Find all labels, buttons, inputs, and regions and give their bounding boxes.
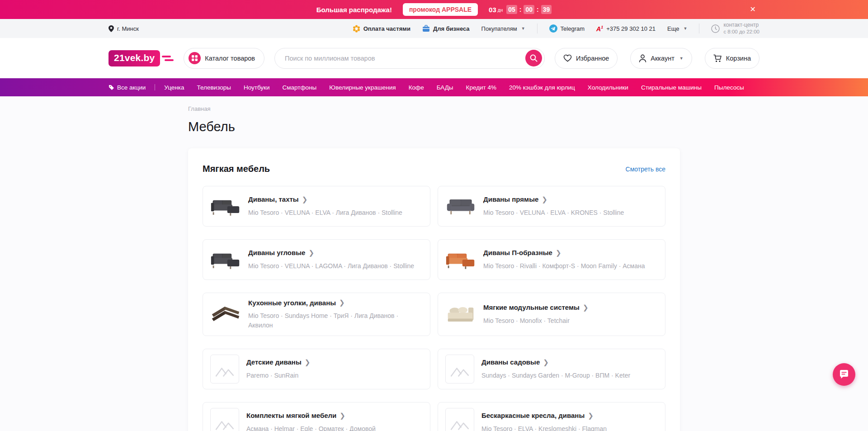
nav-item-smartphones[interactable]: Смартфоны: [283, 84, 317, 91]
customers-menu[interactable]: Покупателям ▼: [481, 25, 525, 32]
breadcrumb[interactable]: Главная: [188, 96, 210, 112]
search-input[interactable]: [275, 48, 525, 68]
nav-item-supplements[interactable]: БАДы: [437, 84, 453, 91]
nav-item-label: Кредит 4%: [466, 84, 496, 91]
nav-item-label: Уценка: [164, 84, 184, 91]
search-button[interactable]: [525, 50, 542, 66]
clock-icon: [711, 24, 720, 33]
cart-label: Корзина: [726, 55, 751, 62]
tile-u-shaped-sofas[interactable]: Диваны П-образные❯ Mio Tesoro · Rivalli …: [438, 239, 665, 280]
nav-item-label: Кофе: [409, 84, 424, 91]
nav-item-all-promos[interactable]: Все акции: [108, 84, 146, 91]
tile-brands: Mio Tesoro · VELUNA · ELVA · KRONES · St…: [483, 208, 624, 218]
nav-item-jewelry[interactable]: Ювелирные украшения: [329, 84, 396, 91]
chevron-down-icon: ▼: [679, 56, 684, 61]
chat-button[interactable]: [833, 363, 855, 386]
page-title: Мебель: [188, 119, 680, 134]
city-selector[interactable]: г. Минск: [108, 25, 139, 32]
tile-sofas-ottomans[interactable]: Диваны, тахты❯ Mio Tesoro · VELUNA · ELV…: [203, 186, 430, 227]
nav-item-label: Ноутбуки: [244, 84, 270, 91]
countdown-separator: :: [537, 6, 539, 13]
countdown-days: 03: [489, 6, 496, 14]
account-label: Аккаунт: [651, 55, 674, 62]
kitchen-corner-bench-image: [210, 300, 241, 329]
tile-kids-sofas[interactable]: Детские диваны❯ Paremo · SunRain: [203, 349, 430, 389]
corner-sofa-orange-image: [445, 245, 476, 274]
promo-code-button[interactable]: промокод APPSALE: [403, 3, 478, 16]
account-button[interactable]: Аккаунт ▼: [630, 48, 692, 69]
business-link[interactable]: Для бизнеса: [422, 25, 470, 32]
chevron-right-icon: ❯: [583, 303, 589, 312]
close-icon[interactable]: ✕: [750, 6, 756, 13]
nav-item-vacuums[interactable]: Пылесосы: [714, 84, 744, 91]
nav-item-coffee[interactable]: Кофе: [409, 84, 424, 91]
image-placeholder-icon: [445, 355, 474, 384]
divider: [699, 24, 699, 33]
countdown-hours: 05: [506, 5, 517, 14]
contact-center-hours: с 8:00 до 22:00: [723, 28, 760, 35]
main-header: 21vek.by Каталог товаров Избранное Аккау…: [0, 38, 868, 78]
customers-label: Покупателям: [481, 25, 517, 32]
tile-garden-sofas[interactable]: Диваны садовые❯ Sundays · Sundays Garden…: [438, 349, 665, 389]
installments-link[interactable]: Оплата частями: [353, 25, 410, 33]
tile-brands: Mio Tesoro · VELUNA · LAGOMA · Лига Дива…: [248, 261, 414, 271]
logo-text: 21vek.by: [108, 50, 160, 66]
tile-title: Бескаркасные кресла, диваны: [481, 412, 585, 419]
logo-dash-icon: [162, 55, 174, 62]
see-all-link[interactable]: Смотреть все: [626, 166, 665, 173]
tile-title: Детские диваны: [246, 358, 302, 366]
location-pin-icon: [108, 25, 114, 32]
nav-item-washers[interactable]: Стиральные машины: [641, 84, 702, 91]
modular-sofa-beige-image: [445, 300, 476, 329]
nav-item-fridges[interactable]: Холодильники: [588, 84, 628, 91]
city-label: г. Минск: [117, 25, 139, 32]
chevron-right-icon: ❯: [308, 249, 314, 257]
countdown-separator: :: [519, 6, 522, 13]
phone-number: +375 29 302 10 21: [606, 25, 656, 32]
phone-link[interactable]: A1 +375 29 302 10 21: [596, 25, 656, 33]
tile-frameless-chairs[interactable]: Бескаркасные кресла, диваны❯ Mio Tesoro …: [438, 402, 665, 431]
tile-title: Комплекты мягкой мебели: [246, 412, 336, 419]
straight-sofa-dark-image: [445, 192, 476, 221]
cart-button[interactable]: Корзина: [705, 48, 760, 69]
contact-center: контакт-центр с 8:00 до 22:00: [711, 22, 760, 35]
flower-icon: [353, 25, 360, 33]
chevron-right-icon: ❯: [339, 298, 345, 307]
countdown-minutes: 00: [524, 5, 534, 14]
subcategory-grid: Диваны, тахты❯ Mio Tesoro · VELUNA · ELV…: [203, 186, 665, 431]
search-bar: [274, 48, 545, 69]
tile-kitchen-corners[interactable]: Кухонные уголки, диваны❯ Mio Tesoro · Su…: [203, 293, 430, 336]
countdown-days-unit: дн: [498, 8, 503, 13]
tile-title: Диваны прямые: [483, 195, 538, 203]
section-title: Мягкая мебель: [203, 164, 270, 174]
nav-item-label: Холодильники: [588, 84, 628, 91]
more-menu[interactable]: Еще ▼: [667, 25, 687, 32]
nav-item-discount[interactable]: Уценка: [164, 84, 184, 91]
tile-straight-sofas[interactable]: Диваны прямые❯ Mio Tesoro · VELUNA · ELV…: [438, 186, 665, 227]
tile-furniture-sets[interactable]: Комплекты мягкой мебели❯ Асмана · Helmar…: [203, 402, 430, 431]
site-logo[interactable]: 21vek.by: [108, 50, 174, 66]
catalog-button[interactable]: Каталог товаров: [184, 48, 264, 69]
chevron-right-icon: ❯: [556, 249, 561, 257]
tile-corner-sofas[interactable]: Диваны угловые❯ Mio Tesoro · VELUNA · LA…: [203, 239, 430, 280]
favorites-button[interactable]: Избранное: [555, 48, 618, 69]
nav-item-laptops[interactable]: Ноутбуки: [244, 84, 270, 91]
chevron-right-icon: ❯: [340, 412, 345, 420]
chevron-right-icon: ❯: [543, 358, 549, 366]
nav-item-credit[interactable]: Кредит 4%: [466, 84, 496, 91]
nav-item-label: БАДы: [437, 84, 453, 91]
chat-icon: [839, 369, 849, 380]
tile-title: Диваны, тахты: [248, 195, 299, 203]
chevron-right-icon: ❯: [305, 358, 311, 366]
telegram-link[interactable]: Telegram: [549, 24, 585, 33]
tile-brands: Paremo · SunRain: [246, 371, 310, 380]
nav-item-cashback[interactable]: 20% кэшбэк для юрлиц: [509, 84, 575, 91]
tile-brands: Sundays · Sundays Garden · M-Group · ВПМ…: [481, 371, 630, 380]
image-placeholder-icon: [210, 355, 239, 384]
more-label: Еще: [667, 25, 679, 32]
tile-modular-systems[interactable]: Мягкие модульные системы❯ Mio Tesoro · M…: [438, 293, 665, 336]
a1-carrier-icon: A1: [596, 25, 603, 33]
nav-item-tvs[interactable]: Телевизоры: [197, 84, 231, 91]
utility-bar: г. Минск Оплата частями Для бизнеса Поку…: [0, 19, 868, 38]
tile-brands: Mio Tesoro · Monofix · Tetchair: [483, 316, 588, 326]
